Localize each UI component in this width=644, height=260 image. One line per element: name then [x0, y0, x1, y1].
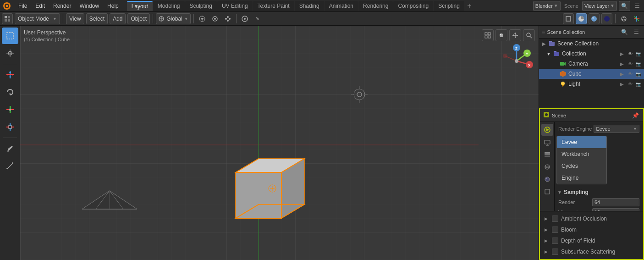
scale-tool-btn[interactable]	[2, 101, 18, 118]
cam-visibility-btn[interactable]: ▶	[618, 60, 626, 67]
props-output-icon[interactable]	[541, 136, 553, 148]
viewport-grid-btn[interactable]	[482, 29, 494, 41]
view-layer-selector[interactable]: View Layer ▼	[582, 1, 617, 11]
props-scene-icon[interactable]	[541, 161, 553, 173]
pivot-point-btn[interactable]	[197, 13, 208, 24]
coll-hide-btn[interactable]: 👁	[627, 50, 634, 57]
menu-help[interactable]: Help	[104, 1, 122, 11]
outliner-scene-collection[interactable]: ▶ Scene Collection	[539, 39, 644, 49]
viewport-overlays-btn[interactable]	[618, 13, 629, 24]
viewport-shading-wire-btn[interactable]	[563, 13, 574, 24]
select-menu-btn[interactable]: Select	[86, 13, 108, 24]
view-menu-btn[interactable]: View	[66, 13, 84, 24]
editor-type-button[interactable]	[2, 13, 13, 24]
svg-marker-117	[560, 71, 566, 77]
tab-texture-paint[interactable]: Texture Paint	[253, 1, 294, 11]
light-visibility-btn[interactable]: ▶	[618, 80, 626, 88]
coll-visibility-btn[interactable]: ▶	[618, 50, 626, 57]
render-samples-input[interactable]: 64	[592, 198, 639, 206]
depth-of-field-row[interactable]: ▶ Depth of Field	[542, 235, 641, 246]
viewport-3d[interactable]: User Perspective (1) Collection | Cube	[20, 26, 539, 260]
cube-visibility-btn[interactable]: ▶	[618, 70, 626, 77]
coll-render-btn[interactable]: 📷	[635, 50, 642, 57]
viewport-shading-render-btn[interactable]	[601, 13, 612, 24]
tab-modeling[interactable]: Modeling	[153, 1, 185, 11]
props-view-layer-icon[interactable]	[541, 149, 553, 160]
filter-button[interactable]: ☰	[632, 1, 642, 11]
menu-render[interactable]: Render	[50, 1, 75, 11]
tab-uv-editing[interactable]: UV Editing	[217, 1, 253, 11]
snap-toggle-btn[interactable]	[209, 13, 220, 24]
subsurface-scattering-row[interactable]: ▶ Subsurface Scattering	[542, 246, 641, 257]
outliner-light[interactable]: ▶ Light ▶ 👁 📷	[539, 79, 644, 89]
measure-tool-btn[interactable]	[2, 158, 18, 174]
ao-checkbox[interactable]	[552, 216, 558, 222]
tab-shading[interactable]: Shading	[295, 1, 324, 11]
viewport-shading-material-btn[interactable]	[589, 13, 600, 24]
svg-rect-4	[8, 16, 10, 18]
props-pin-btn[interactable]: 📌	[630, 111, 640, 121]
sampling-section-header[interactable]: ▼ Sampling	[556, 187, 641, 197]
viewport-shading-solid-btn[interactable]	[576, 13, 587, 24]
object-menu-btn[interactable]: Object	[127, 13, 150, 24]
light-hide-btn[interactable]: 👁	[627, 80, 634, 88]
props-render-icon[interactable]	[541, 124, 553, 136]
cam-arrow: ▶	[552, 61, 558, 67]
toolbar-separator-1	[63, 14, 63, 23]
menu-file[interactable]: File	[15, 1, 31, 11]
option-eevee[interactable]: Eevee	[557, 136, 606, 148]
select-box-tool-btn[interactable]	[2, 28, 18, 44]
add-workspace-button[interactable]: +	[465, 1, 474, 11]
menu-window[interactable]: Window	[76, 1, 103, 11]
add-menu-btn[interactable]: Add	[110, 13, 126, 24]
snap-options-btn[interactable]	[222, 13, 233, 24]
light-render-btn[interactable]: 📷	[635, 80, 642, 88]
cam-hide-btn[interactable]: 👁	[627, 60, 634, 67]
option-engine[interactable]: Engine	[557, 172, 606, 184]
render-engine-dropdown[interactable]: Eevee ▼	[594, 125, 639, 133]
proportional-type-btn[interactable]: ∿	[252, 13, 263, 24]
option-cycles[interactable]: Cycles	[557, 160, 606, 172]
viewport-gizmos-btn[interactable]	[631, 13, 642, 24]
props-object-icon[interactable]	[541, 186, 553, 198]
viewport-nav-gizmo[interactable]: Y X Z	[500, 44, 534, 78]
rotate-tool-btn[interactable]	[2, 84, 18, 100]
move-tool-btn[interactable]	[2, 66, 18, 83]
props-world-icon[interactable]	[541, 173, 553, 185]
tab-layout[interactable]: Layout	[127, 1, 153, 11]
bloom-row[interactable]: ▶ Bloom	[542, 224, 641, 235]
cursor-tool-btn[interactable]	[2, 45, 18, 61]
cube-render-btn[interactable]: 📷	[635, 70, 642, 77]
cam-render-btn[interactable]: 📷	[635, 60, 642, 67]
scene-selector[interactable]: Blender ▼	[533, 1, 561, 11]
ambient-occlusion-row[interactable]: ▶ Ambient Occlusion	[542, 213, 641, 224]
outliner-panel: ≡ Scene Collection 🔍 ☰ ▶ Scene Collectio…	[539, 26, 644, 108]
bloom-checkbox[interactable]	[552, 227, 558, 233]
tab-animation[interactable]: Animation	[325, 1, 358, 11]
proportional-edit-btn[interactable]	[239, 13, 250, 24]
search-bar[interactable]: 🔍	[619, 1, 630, 11]
viewport-zoom-btn[interactable]	[523, 29, 535, 41]
annotate-tool-btn[interactable]	[2, 140, 18, 157]
object-mode-dropdown[interactable]: Object Mode ▼	[15, 13, 60, 24]
menu-edit[interactable]: Edit	[32, 1, 49, 11]
outliner-collection[interactable]: ▼ Collection ▶ 👁 📷	[539, 49, 644, 59]
viewport-render-btn[interactable]	[495, 29, 507, 41]
svg-marker-42	[9, 77, 11, 78]
sss-checkbox[interactable]	[552, 249, 558, 255]
viewport-pan-btn[interactable]	[509, 29, 521, 41]
tab-compositing[interactable]: Compositing	[393, 1, 433, 11]
tab-scripting[interactable]: Scripting	[434, 1, 464, 11]
outliner-filter-btn[interactable]: ☰	[631, 27, 641, 37]
transform-tool-btn[interactable]	[2, 119, 18, 135]
outliner-camera[interactable]: ▶ Camera ▶ 👁 📷	[539, 59, 644, 69]
option-workbench[interactable]: Workbench	[557, 148, 606, 160]
cube-hide-btn[interactable]: 👁	[627, 70, 634, 77]
tab-sculpting[interactable]: Sculpting	[185, 1, 217, 11]
svg-point-78	[526, 61, 533, 68]
transform-orientation-btn[interactable]: Global ▼	[156, 13, 191, 24]
tab-rendering[interactable]: Rendering	[358, 1, 393, 11]
outliner-cube[interactable]: ▶ Cube ▶ 👁 📷	[539, 69, 644, 79]
dof-checkbox[interactable]	[552, 238, 558, 244]
outliner-search-btn[interactable]: 🔍	[619, 27, 629, 37]
